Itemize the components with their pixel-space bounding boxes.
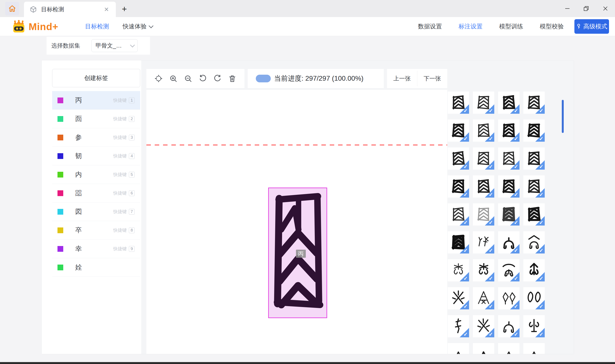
- annotation-workspace: 创建标签 丙快捷键1靣快捷键2参快捷键3韧快捷键4内快捷键5㗊快捷键6図快捷键7…: [42, 60, 574, 354]
- thumbnail-tile[interactable]: ✓: [448, 259, 469, 281]
- next-image-button[interactable]: 下一张: [417, 69, 447, 88]
- thumbnail-tile[interactable]: ✓: [498, 203, 519, 225]
- label-row[interactable]: 内快捷键5: [52, 165, 140, 184]
- thumbnail-tile[interactable]: ✓: [448, 231, 469, 253]
- thumbnail-tile[interactable]: ✓: [523, 343, 545, 354]
- thumbnail-tile[interactable]: ✓: [498, 259, 519, 281]
- label-char: 丙: [75, 96, 113, 105]
- thumbnail-tile[interactable]: ✓: [448, 287, 469, 309]
- label-color-swatch: [57, 265, 63, 270]
- label-color-swatch: [57, 227, 63, 233]
- thumbnail-tile[interactable]: ✓: [523, 287, 545, 309]
- thumbnail-tile[interactable]: ✓: [473, 91, 494, 114]
- nav-annotation-settings[interactable]: 标注设置: [459, 22, 483, 30]
- labeled-check-icon: ✓: [510, 328, 519, 337]
- thumbnail-tile[interactable]: ✓: [498, 231, 519, 253]
- labeled-check-icon: ✓: [485, 244, 494, 253]
- thumbnail-tile[interactable]: ✓: [473, 287, 494, 309]
- thumbnail-tile[interactable]: ✓: [473, 343, 494, 354]
- dataset-select-label: 选择数据集: [51, 37, 80, 55]
- label-row[interactable]: 姾: [52, 258, 140, 277]
- rotate-left-icon[interactable]: [198, 74, 208, 83]
- thumbnail-tile[interactable]: ✓: [498, 147, 519, 170]
- home-button[interactable]: [5, 2, 19, 15]
- zoom-out-icon[interactable]: [183, 74, 193, 83]
- labeled-check-icon: ✓: [535, 300, 545, 309]
- window-restore-button[interactable]: [577, 0, 595, 17]
- label-char: 韧: [75, 152, 113, 160]
- thumbnail-tile[interactable]: ✓: [523, 259, 545, 281]
- previous-image-button[interactable]: 上一张: [387, 69, 417, 88]
- thumbnail-tile[interactable]: ✓: [473, 315, 494, 337]
- thumbnail-tile[interactable]: ✓: [498, 175, 519, 198]
- nav-model-training[interactable]: 模型训练: [499, 22, 523, 30]
- nav-quick-experience[interactable]: 快速体验: [123, 22, 152, 30]
- thumbnail-tile[interactable]: ✓: [498, 315, 519, 337]
- thumbnail-tile[interactable]: ✓: [523, 203, 545, 225]
- delete-icon[interactable]: [228, 74, 237, 83]
- thumbnail-tile[interactable]: ✓: [523, 175, 545, 198]
- label-row[interactable]: 図快捷键7: [52, 203, 140, 221]
- mindplus-logo[interactable]: Mind+: [12, 20, 58, 34]
- label-row[interactable]: 参快捷键3: [52, 128, 140, 147]
- thumbnail-tile[interactable]: ✓: [523, 147, 545, 170]
- crosshair-icon[interactable]: [154, 74, 163, 83]
- bottom-scrollbar[interactable]: [0, 362, 615, 364]
- thumbnail-tile[interactable]: ✓: [448, 119, 469, 142]
- thumbnail-tile[interactable]: ✓: [448, 175, 469, 198]
- label-color-swatch: [57, 190, 63, 196]
- label-row[interactable]: 丙快捷键1: [52, 91, 140, 110]
- new-tab-button[interactable]: +: [120, 4, 129, 14]
- brand-text: Mind+: [29, 21, 58, 32]
- advanced-mode-button[interactable]: 高级模式: [574, 19, 609, 34]
- bounding-box[interactable]: 丙: [268, 188, 327, 318]
- thumbnail-tile[interactable]: ✓: [498, 287, 519, 309]
- thumbnail-tile[interactable]: ✓: [473, 203, 494, 225]
- zoom-in-icon[interactable]: [168, 74, 178, 83]
- canvas-toolbar: [146, 69, 244, 88]
- thumbnail-tile[interactable]: ✓: [448, 91, 469, 114]
- window-close-button[interactable]: [596, 0, 615, 17]
- label-row[interactable]: 卒快捷键8: [52, 221, 140, 240]
- thumbnail-tile[interactable]: ✓: [498, 91, 519, 114]
- create-label-button[interactable]: 创建标签: [52, 69, 140, 87]
- thumbnail-scrollbar[interactable]: [562, 100, 564, 133]
- label-char: 内: [75, 170, 113, 179]
- shortcut-label: 快捷键: [113, 190, 127, 196]
- labeled-check-icon: ✓: [485, 104, 494, 114]
- thumbnail-tile[interactable]: ✓: [523, 231, 545, 253]
- label-color-swatch: [57, 172, 63, 178]
- tab-close-icon[interactable]: ✕: [103, 6, 110, 13]
- thumbnail-tile[interactable]: ✓: [523, 315, 545, 337]
- labeled-check-icon: ✓: [510, 132, 519, 142]
- thumbnail-tile[interactable]: ✓: [523, 119, 545, 142]
- thumbnail-tile[interactable]: ✓: [473, 259, 494, 281]
- thumbnail-tile[interactable]: ✓: [473, 231, 494, 253]
- app-tab[interactable]: 目标检测 ✕: [24, 2, 116, 17]
- thumbnail-tile[interactable]: ✓: [473, 175, 494, 198]
- label-char: 幸: [75, 244, 113, 253]
- thumbnail-tile[interactable]: ✓: [523, 91, 545, 114]
- label-row[interactable]: 幸快捷键9: [52, 240, 140, 258]
- rotate-right-icon[interactable]: [213, 74, 222, 83]
- nav-object-detection[interactable]: 目标检测: [85, 22, 109, 30]
- thumbnail-tile[interactable]: ✓: [498, 119, 519, 142]
- label-row[interactable]: 韧快捷键4: [52, 147, 140, 165]
- thumbnail-tile[interactable]: ✓: [448, 315, 469, 337]
- labeled-check-icon: ✓: [460, 132, 469, 142]
- thumbnail-tile[interactable]: ✓: [473, 147, 494, 170]
- progress-text: 当前进度: 297/297 (100.00%): [274, 74, 363, 83]
- label-row[interactable]: 靣快捷键2: [52, 110, 140, 128]
- labeled-check-icon: ✓: [460, 160, 469, 170]
- annotation-canvas[interactable]: 丙: [146, 90, 447, 354]
- nav-data-settings[interactable]: 数据设置: [418, 22, 442, 30]
- thumbnail-tile[interactable]: ✓: [448, 147, 469, 170]
- thumbnail-tile[interactable]: ✓: [473, 119, 494, 142]
- window-minimize-button[interactable]: [558, 0, 576, 17]
- dataset-select-dropdown[interactable]: 甲骨文_…: [91, 39, 138, 52]
- nav-model-validation[interactable]: 模型校验: [540, 22, 564, 30]
- thumbnail-tile[interactable]: ✓: [448, 343, 469, 354]
- label-row[interactable]: 㗊快捷键6: [52, 184, 140, 203]
- thumbnail-tile[interactable]: ✓: [498, 343, 519, 354]
- thumbnail-tile[interactable]: ✓: [448, 203, 469, 225]
